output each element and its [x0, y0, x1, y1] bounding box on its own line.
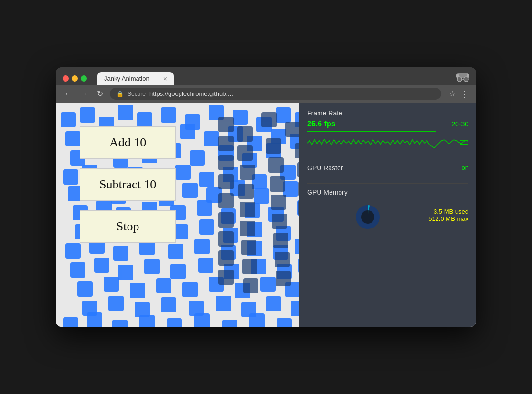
animated-square [272, 214, 287, 229]
hud-divider-2 [307, 183, 468, 184]
animated-square [118, 265, 133, 280]
fps-value: 26.6 fps [307, 120, 336, 128]
traffic-lights [63, 75, 87, 82]
animated-square [242, 259, 257, 274]
animated-square [113, 246, 128, 261]
close-button[interactable] [63, 75, 69, 82]
animated-square [237, 126, 253, 142]
fps-row: 26.6 fps 20-30 [307, 120, 468, 128]
animated-square [194, 239, 210, 254]
animated-square [260, 277, 276, 292]
animated-square [180, 124, 195, 139]
menu-button[interactable]: ⋮ [460, 89, 469, 99]
animated-square [175, 165, 191, 180]
animated-square [118, 105, 133, 120]
animated-square [240, 221, 255, 236]
animated-square [240, 165, 255, 180]
minimize-button[interactable] [72, 75, 78, 82]
gpu-memory-values: 3.5 MB used 512.0 MB max [428, 208, 468, 222]
animated-square [198, 258, 213, 273]
gpu-memory-label: GPU Memory [307, 188, 468, 196]
subtract-button[interactable]: Subtract 10 [80, 168, 176, 201]
animated-square [137, 112, 152, 127]
animated-square [80, 107, 95, 123]
title-bar: Janky Animation × [56, 67, 476, 85]
animated-square [218, 231, 234, 247]
animated-square [216, 296, 231, 311]
add-button[interactable]: Add 10 [80, 126, 176, 159]
animated-square [204, 131, 219, 146]
animated-square [161, 107, 176, 123]
gpu-mem-used: 3.5 MB used [428, 208, 468, 215]
animated-square [65, 243, 81, 259]
back-button[interactable]: ← [63, 89, 74, 99]
animated-square [266, 138, 281, 154]
fps-range: 20-30 [451, 120, 468, 128]
animated-square [268, 157, 284, 173]
tab-close-button[interactable]: × [163, 75, 167, 82]
animated-square [266, 296, 281, 311]
gpu-memory-pie [353, 203, 382, 231]
animated-square [199, 172, 214, 187]
animated-square [170, 264, 186, 279]
animated-square [254, 188, 269, 204]
animated-square [190, 150, 205, 166]
animated-square [218, 193, 234, 208]
animated-square [182, 282, 198, 297]
gpu-raster-row: GPU Raster on [307, 164, 468, 175]
frame-rate-section: Frame Rate 26.6 fps 20-30 [307, 109, 468, 150]
gpu-mem-max: 512.0 MB max [428, 215, 468, 222]
refresh-button[interactable]: ↻ [95, 88, 105, 99]
animated-square [61, 112, 76, 127]
animated-square [199, 219, 214, 235]
animated-square [63, 169, 78, 185]
gpu-raster-label: GPU Raster [307, 164, 343, 172]
lock-icon: 🔒 [117, 91, 124, 97]
animated-square [243, 278, 258, 293]
bookmark-button[interactable]: ☆ [449, 89, 456, 98]
active-tab[interactable]: Janky Animation × [97, 72, 174, 85]
animated-square [87, 312, 102, 327]
animated-square [218, 117, 234, 132]
animated-square [94, 258, 109, 273]
fps-bar [307, 131, 468, 133]
url-text: https://googlechrome.github.... [149, 90, 233, 97]
animated-square [271, 195, 286, 210]
animated-square [277, 318, 292, 327]
animated-square [161, 297, 176, 312]
animated-square [275, 252, 290, 267]
animated-square [77, 281, 93, 297]
animated-square [285, 122, 299, 137]
animated-square [167, 318, 182, 327]
animated-square [168, 244, 183, 259]
forward-button[interactable]: → [79, 89, 90, 99]
animated-square [63, 317, 78, 327]
animated-square [218, 270, 234, 285]
animated-square [238, 184, 254, 199]
animated-square [270, 176, 285, 192]
animated-square [218, 174, 234, 189]
address-bar: ← → ↻ 🔒 Secure https://googlechrome.gith… [56, 85, 476, 103]
animated-square [222, 320, 237, 327]
hud-overlay: Frame Rate 26.6 fps 20-30 [299, 103, 476, 327]
animated-square [241, 240, 256, 255]
url-bar[interactable]: 🔒 Secure https://googlechrome.github.... [110, 88, 441, 100]
maximize-button[interactable] [81, 75, 87, 82]
animated-square [130, 283, 145, 298]
svg-point-7 [361, 210, 374, 224]
svg-point-3 [457, 77, 462, 82]
gpu-memory-section: GPU Memory 3.5 MB used [307, 188, 468, 231]
animated-square [182, 183, 198, 198]
canvas-buttons: Add 10 Subtract 10 Stop [80, 126, 176, 243]
gpu-raster-status: on [462, 164, 468, 175]
animated-square [108, 296, 124, 311]
animated-square [112, 320, 128, 327]
webpage: Add 10 Subtract 10 Stop Frame Rate 26.6 … [56, 103, 476, 327]
hud-divider-1 [307, 159, 468, 159]
animated-square [218, 155, 234, 170]
animated-square [65, 131, 81, 146]
animated-square [194, 313, 210, 327]
animated-square [139, 315, 155, 327]
animated-square [237, 145, 253, 161]
stop-button[interactable]: Stop [80, 210, 176, 243]
